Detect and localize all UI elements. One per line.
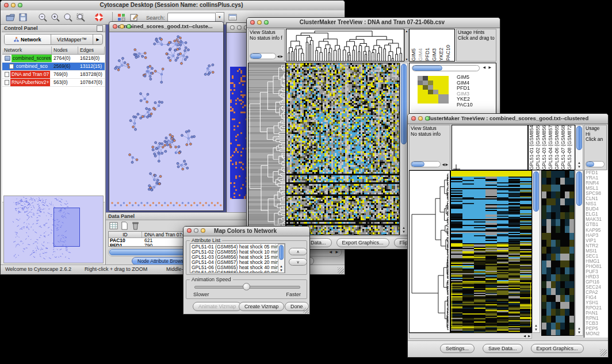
- tab-network[interactable]: Network: [5, 35, 51, 44]
- scroll-left-arrow[interactable]: ◀: [277, 53, 280, 60]
- float-panel-icon[interactable]: [97, 25, 103, 32]
- window-controls[interactable]: [4, 3, 22, 7]
- scroll-down-arrow[interactable]: ▼: [533, 328, 540, 332]
- gene-label[interactable]: PEP5: [586, 326, 608, 331]
- array-column-label[interactable]: GPL51-01 (GSM854): [529, 125, 535, 170]
- animate-vizmap-button[interactable]: Animate Vizmap: [193, 302, 242, 311]
- treeview2-detail-heatmap[interactable]: [541, 170, 575, 336]
- gene-label[interactable]: CPA2: [586, 290, 608, 295]
- minimize-button[interactable]: [237, 25, 242, 30]
- close-button[interactable]: [411, 116, 416, 121]
- scroll-up-arrow[interactable]: ▲: [405, 29, 408, 33]
- gene-label[interactable]: HAP3: [586, 233, 608, 238]
- treeview2-action-button[interactable]: Settings...: [440, 344, 475, 353]
- close-button[interactable]: [187, 228, 192, 233]
- gene-label[interactable]: TCB3: [586, 321, 608, 326]
- column-label[interactable]: YKE2: [438, 48, 445, 61]
- attribute-item[interactable]: GPL51-07 (GSM868) heat shock 60 min: [192, 270, 285, 273]
- array-column-label[interactable]: GPL51-02 (GSM855): [535, 125, 541, 170]
- close-button[interactable]: [250, 20, 255, 25]
- treeview1-column-dendrogram[interactable]: [286, 29, 404, 62]
- gene-label[interactable]: PUF3: [586, 269, 608, 274]
- scroll-down-arrow[interactable]: ▼: [405, 58, 408, 61]
- attribute-list-scrollbar[interactable]: ▲ ▼: [278, 244, 285, 273]
- close-button[interactable]: [4, 3, 9, 7]
- network-overview-thumbnail[interactable]: [3, 196, 104, 263]
- zoom-button[interactable]: [264, 20, 269, 25]
- search-input[interactable]: [167, 13, 216, 22]
- create-vizmap-button[interactable]: Create Vizmap: [239, 302, 284, 311]
- scroll-right-arrow[interactable]: ▶: [280, 53, 283, 60]
- treeview1-titlebar[interactable]: ClusterMaker TreeView : DNA and Tran 07-…: [247, 18, 500, 28]
- attribute-item[interactable]: GPL51-06 (GSM865) heat shock 40 min: [192, 265, 285, 270]
- gene-label[interactable]: MSL1: [586, 186, 608, 191]
- treeview1-mini-scrollbar[interactable]: ▲ ▼: [404, 29, 409, 62]
- attribute-item[interactable]: GPL51-02 (GSM855) heat shock 10 min: [192, 250, 285, 255]
- gene-label[interactable]: GTB1: [586, 222, 608, 227]
- treeview2-heatmap[interactable]: [450, 170, 532, 333]
- array-column-label[interactable]: GPL51-04 (GSM857): [548, 125, 554, 170]
- gene-label[interactable]: ELG1: [586, 212, 608, 217]
- minimize-button[interactable]: [194, 228, 198, 233]
- network-window-a-titlebar[interactable]: combined_scores_good.txt--cluste...: [109, 22, 223, 32]
- close-button[interactable]: [230, 25, 235, 30]
- zoom-button[interactable]: [201, 228, 205, 233]
- network-row[interactable]: combined_sco 2569(6) 13112(15): [2, 63, 105, 71]
- column-label[interactable]: PFD1: [424, 48, 431, 61]
- array-column-label[interactable]: GPL51-08 (GSM872): [567, 125, 573, 170]
- column-label[interactable]: GIM3: [431, 48, 438, 61]
- open-file-icon[interactable]: [5, 12, 16, 22]
- treeview1-action-button[interactable]: Export Graphics...: [336, 238, 389, 247]
- gene-label[interactable]: KAP95: [586, 228, 608, 233]
- gene-label[interactable]: PHO81: [586, 264, 608, 269]
- treeview2-hscrollbar[interactable]: ◀ ▶: [409, 333, 532, 339]
- gene-label[interactable]: YSH1: [586, 300, 608, 305]
- network-view-canvas[interactable]: [109, 32, 222, 210]
- array-column-label[interactable]: GPL51-06 (GSM865): [554, 125, 560, 170]
- network-row[interactable]: combined_scores 2764(0) 16218(0): [2, 55, 105, 63]
- column-label[interactable]: GIM4: [418, 48, 424, 61]
- column-label[interactable]: GIM5: [411, 48, 418, 61]
- save-icon[interactable]: [18, 12, 28, 22]
- gene-label[interactable]: MAK31: [586, 217, 608, 222]
- gene-label[interactable]: NTR2: [586, 243, 608, 248]
- index-card-icon[interactable]: [228, 12, 238, 22]
- col-id[interactable]: ID: [109, 232, 142, 237]
- zoom-button[interactable]: [425, 116, 430, 121]
- scroll-right-arrow[interactable]: ▶: [488, 64, 491, 71]
- resize-grip[interactable]: [303, 308, 309, 313]
- col-nodes[interactable]: Nodes: [52, 47, 78, 54]
- treeview2-labels-vscrollbar[interactable]: ▲ ▼: [575, 125, 583, 170]
- col-edges[interactable]: Edges: [78, 47, 105, 54]
- delete-attribute-icon[interactable]: [131, 221, 140, 230]
- tabs-more-button[interactable]: ▶: [93, 35, 102, 44]
- treeview2-detail-vscrollbar[interactable]: ▲ ▼: [575, 170, 583, 336]
- zoom-selected-icon[interactable]: [63, 12, 73, 22]
- treeview1-heatmap[interactable]: [286, 63, 400, 235]
- scroll-down-arrow[interactable]: ▼: [576, 331, 583, 335]
- zoom-out-icon[interactable]: [37, 12, 48, 22]
- move-up-button[interactable]: ∧: [289, 248, 307, 255]
- move-down-button[interactable]: ∨: [289, 258, 307, 266]
- gene-label[interactable]: RPO21: [586, 305, 608, 311]
- gene-label[interactable]: PFD1: [586, 170, 608, 175]
- treeview2-row-dendrogram[interactable]: [409, 170, 450, 333]
- new-attribute-icon[interactable]: [120, 221, 129, 230]
- array-column-label[interactable]: GPL51-03 (GSM856): [541, 125, 548, 170]
- attribute-listbox[interactable]: GPL51-01 (GSM854) heat shock 05 minGPL51…: [190, 243, 285, 273]
- treeview2-heatmap-vscrollbar[interactable]: ▲ ▼: [532, 170, 540, 333]
- treeview1-vscrollbar[interactable]: ▲ ▼: [400, 63, 408, 235]
- help-lifering-icon[interactable]: [94, 12, 104, 22]
- minimize-button[interactable]: [257, 20, 262, 25]
- view-status-scrollbar[interactable]: [411, 161, 441, 167]
- treeview2-titlebar[interactable]: ClusterMaker TreeView : combined_scores_…: [408, 114, 608, 124]
- zoom-button[interactable]: [127, 24, 131, 29]
- gene-label[interactable]: RNR4: [586, 181, 608, 186]
- minimize-button[interactable]: [11, 3, 16, 7]
- scroll-up-arrow[interactable]: ▲: [533, 324, 540, 328]
- scroll-up-arrow[interactable]: ▲: [576, 161, 583, 165]
- gene-label[interactable]: SEC1: [586, 254, 608, 259]
- detail-hscrollbar[interactable]: [412, 65, 480, 71]
- scroll-up-arrow[interactable]: ▲: [278, 265, 284, 269]
- gene-label[interactable]: MON2: [586, 331, 608, 336]
